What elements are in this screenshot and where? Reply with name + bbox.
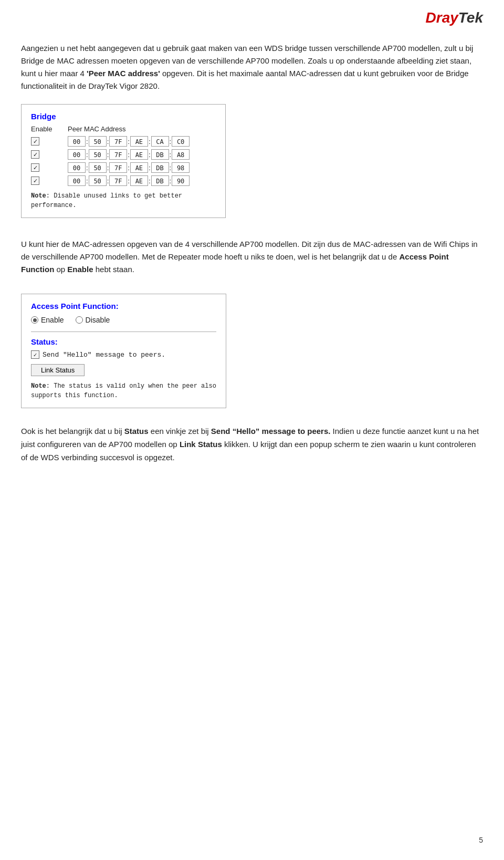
mac-field[interactable]: 7F: [109, 175, 127, 186]
mac-field[interactable]: 7F: [109, 136, 127, 147]
mac-field[interactable]: 50: [89, 162, 107, 173]
mac-field[interactable]: 00: [68, 162, 86, 173]
ap-note: Note: The status is valid only when the …: [31, 381, 216, 400]
ap-title: Access Point Function:: [31, 302, 216, 310]
mac-field[interactable]: 50: [89, 136, 107, 147]
mac-field[interactable]: CA: [151, 136, 169, 147]
mac-field[interactable]: 00: [68, 175, 86, 186]
link-status-button[interactable]: Link Status: [31, 364, 85, 376]
logo: DrayTek: [426, 9, 483, 26]
middle-paragraph: U kunt hier de MAC-adressen opgeven van …: [21, 238, 483, 276]
bridge-checkbox-3[interactable]: ✓: [31, 163, 39, 172]
status-checkbox[interactable]: ✓: [31, 350, 39, 359]
mac-field[interactable]: 90: [172, 175, 190, 186]
intro-paragraph: Aangezien u net hebt aangegeven dat u ge…: [21, 42, 483, 92]
access-point-box: Access Point Function: Enable Disable St…: [21, 294, 226, 408]
mac-field[interactable]: 7F: [109, 149, 127, 160]
logo-dray: Dray: [426, 9, 458, 26]
ap-note-label: Note: [31, 382, 46, 390]
bridge-note: Note: Disable unused links to get better…: [31, 191, 216, 210]
bridge-peer-label: Peer MAC Address: [68, 125, 126, 133]
mac-field[interactable]: 50: [89, 175, 107, 186]
mac-field[interactable]: A8: [172, 149, 190, 160]
bridge-checkbox-1[interactable]: ✓: [31, 137, 39, 146]
mac-field[interactable]: DB: [151, 149, 169, 160]
bridge-box: Bridge Enable Peer MAC Address ✓ 00 : 50…: [21, 104, 226, 218]
bridge-row-2: ✓ 00 : 50 : 7F : AE : DB : A8: [31, 149, 216, 160]
mac-field[interactable]: 50: [89, 149, 107, 160]
ap-note-text: : The status is valid only when the peer…: [31, 382, 216, 399]
radio-enable[interactable]: Enable: [31, 316, 64, 324]
radio-disable-label: Disable: [86, 316, 110, 324]
bridge-note-label: Note: [31, 192, 46, 200]
bridge-row-1: ✓ 00 : 50 : 7F : AE : CA : C0: [31, 136, 216, 147]
status-title: Status:: [31, 337, 216, 346]
mac-field[interactable]: DB: [151, 162, 169, 173]
mac-field[interactable]: 98: [172, 162, 190, 173]
mac-field[interactable]: AE: [130, 136, 148, 147]
bridge-checkbox-2[interactable]: ✓: [31, 150, 39, 159]
bridge-checkbox-4[interactable]: ✓: [31, 177, 39, 185]
closing-paragraph: Ook is het belangrijk dat u bij Status e…: [21, 425, 483, 464]
radio-disable[interactable]: Disable: [76, 316, 110, 324]
bridge-title: Bridge: [31, 112, 216, 121]
bridge-row-3: ✓ 00 : 50 : 7F : AE : DB : 98: [31, 162, 216, 173]
bridge-row-4: ✓ 00 : 50 : 7F : AE : DB : 90: [31, 175, 216, 186]
mac-field[interactable]: DB: [151, 175, 169, 186]
radio-enable-label: Enable: [41, 316, 64, 324]
bridge-enable-label: Enable: [31, 125, 68, 133]
mac-field[interactable]: 7F: [109, 162, 127, 173]
mac-field[interactable]: AE: [130, 149, 148, 160]
mac-field[interactable]: 00: [68, 136, 86, 147]
mac-field[interactable]: AE: [130, 175, 148, 186]
logo-tek: Tek: [458, 9, 483, 26]
bridge-note-text: : Disable unused links to get betterperf…: [31, 192, 182, 209]
mac-field[interactable]: AE: [130, 162, 148, 173]
page-number: 5: [479, 836, 483, 844]
mac-field[interactable]: 00: [68, 149, 86, 160]
mac-field[interactable]: C0: [172, 136, 190, 147]
send-hello-label: Send "Hello" message to peers.: [43, 351, 165, 359]
